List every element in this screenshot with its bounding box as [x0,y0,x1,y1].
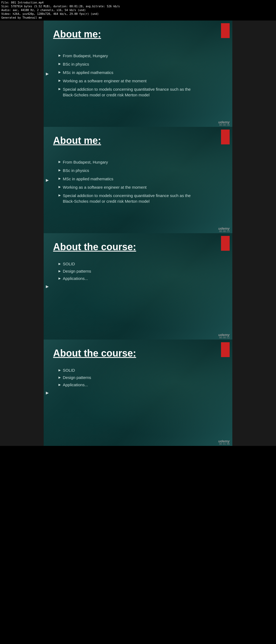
slide-wrapper-3: ▶ About the course: ▶ SOLID ▶ Design pat… [0,233,276,340]
file-info-bar: File: 001 Introduction.mp4 Size: 5787914… [0,0,276,21]
bullet-text: Special addiction to models concerning q… [63,193,198,204]
bullet-text: Working as a software engineer at the mo… [63,78,147,84]
bullet-text: BSc in physics [63,61,89,67]
udemy-logo-1: udemy [218,120,230,124]
bullet-arrow: ▶ [58,53,61,57]
list-item: ▶ MSc in applied mathematics [58,70,198,75]
slide-title-1: About me: [53,29,101,40]
list-item: ▶ Design patterns [58,269,91,273]
bullet-arrow: ▶ [58,376,61,379]
list-item: ▶ BSc in physics [58,61,198,67]
list-item: ▶ Special addiction to models concerning… [58,193,198,204]
slide-2: ▶ About me: ▶ From Budapest, Hungary ▶ B… [44,127,232,233]
slide-4: ▶ About the course: ▶ SOLID ▶ Design pat… [44,340,232,446]
bullet-arrow: ▶ [58,185,61,189]
bullet-text: Design patterns [63,269,91,273]
file-info-line4: Video: h264, yuv420p, 1280x720, 464 kb/s… [1,12,275,16]
bullet-text: BSc in physics [63,168,89,173]
bullet-arrow: ▶ [58,269,61,273]
list-item: ▶ Working as a software engineer at the … [58,184,198,190]
red-block-1 [221,23,230,38]
bullet-text: MSc in applied mathematics [63,70,113,75]
bullet-list-2: ▶ From Budapest, Hungary ▶ BSc in physic… [58,159,198,207]
nav-arrow-1[interactable]: ▶ [46,72,49,76]
slide-wrapper-2: ▶ About me: ▶ From Budapest, Hungary ▶ B… [0,127,276,233]
udemy-logo-2: udemy [218,226,230,231]
udemy-logo-4: udemy [218,439,230,443]
timestamp-3: 00:00:52 [219,337,230,339]
list-item: ▶ SOLID [58,262,91,266]
bullet-text: From Budapest, Hungary [63,53,108,59]
file-info-line2: Size: 5787914 bytes (5.52 MiB), duration… [1,5,275,8]
list-item: ▶ Applications... [58,382,91,387]
bullet-text: Applications... [63,382,88,387]
udemy-logo-3: udemy [218,333,230,337]
bullet-arrow: ▶ [58,262,61,266]
timestamp-2: 00:00:33 [219,230,230,233]
bullet-arrow: ▶ [58,160,61,164]
bullet-arrow: ▶ [58,87,61,91]
slide-title-2: About me: [53,135,101,146]
bullet-text: Working as a software engineer at the mo… [63,184,147,190]
slide-1: ▶ About me: ▶ From Budapest, Hungary ▶ B… [44,21,232,127]
timestamp-1: 00:00:18 [219,124,230,126]
bullet-arrow: ▶ [58,177,61,181]
slide-title-4: About the course: [53,348,136,359]
bullet-arrow: ▶ [58,79,61,83]
bullet-arrow: ▶ [58,168,61,172]
list-item: ▶ Special addiction to models concerning… [58,86,198,98]
bullet-text: From Budapest, Hungary [63,159,108,165]
slide-3: ▶ About the course: ▶ SOLID ▶ Design pat… [44,233,232,340]
nav-arrow-4[interactable]: ▶ [46,391,49,395]
list-item: ▶ From Budapest, Hungary [58,159,198,165]
nav-arrow-3[interactable]: ▶ [46,284,49,289]
list-item: ▶ From Budapest, Hungary [58,53,198,59]
file-info-line1: File: 001 Introduction.mp4 [1,1,275,5]
list-item: ▶ BSc in physics [58,168,198,173]
course-bullet-list-1: ▶ SOLID ▶ Design patterns ▶ Applications… [58,262,91,283]
file-info-line5: Generated by Thumbnail me [1,16,275,20]
bullet-arrow: ▶ [58,70,61,74]
list-item: ▶ Working as a software engineer at the … [58,78,198,84]
slide-title-3: About the course: [53,241,136,253]
bullet-text: Special addiction to models concerning q… [63,86,198,98]
bullet-arrow: ▶ [58,62,61,66]
red-block-3 [221,236,230,251]
nav-arrow-2[interactable]: ▶ [46,178,49,182]
bullet-arrow: ▶ [58,277,61,280]
slide-wrapper-1: ▶ About me: ▶ From Budapest, Hungary ▶ B… [0,21,276,127]
timestamp-4: 00:01:08 [219,443,230,445]
slide-wrapper-4: ▶ About the course: ▶ SOLID ▶ Design pat… [0,340,276,446]
red-block-4 [221,342,230,357]
list-item: ▶ Design patterns [58,375,91,380]
bullet-text: SOLID [63,368,75,372]
bullet-arrow: ▶ [58,193,61,197]
red-block-2 [221,130,230,144]
list-item: ▶ SOLID [58,368,91,372]
bullet-text: MSc in applied mathematics [63,176,113,182]
bullet-arrow: ▶ [58,368,61,372]
course-bullet-list-2: ▶ SOLID ▶ Design patterns ▶ Applications… [58,368,91,390]
list-item: ▶ Applications... [58,276,91,281]
bullet-arrow: ▶ [58,383,61,387]
bullet-list-1: ▶ From Budapest, Hungary ▶ BSc in physic… [58,53,198,100]
bullet-text: SOLID [63,262,75,266]
bullet-text: Design patterns [63,375,91,380]
bullet-text: Applications... [63,276,88,281]
list-item: ▶ MSc in applied mathematics [58,176,198,182]
file-info-line3: Audio: aac, 44100 Hz, 2 channels, s16, 5… [1,8,275,12]
